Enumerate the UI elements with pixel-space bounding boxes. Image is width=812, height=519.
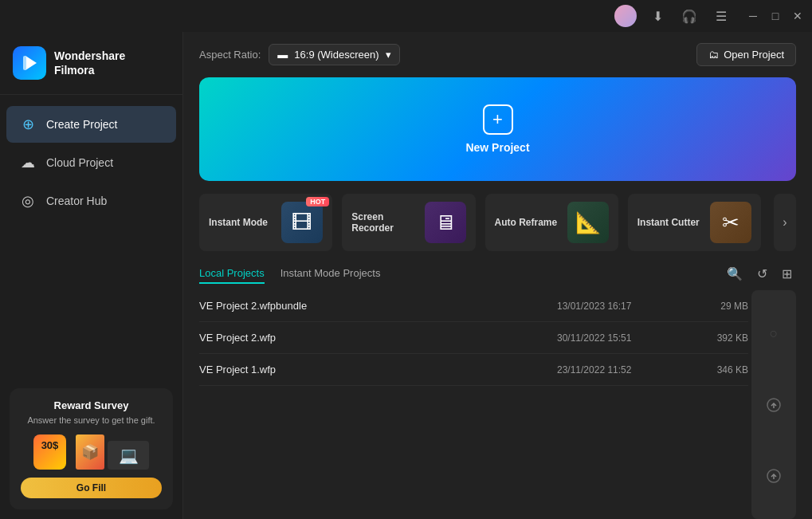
more-cards-button[interactable]: › (774, 194, 796, 251)
projects-container: VE Project 2.wfpbundle 13/01/2023 16:17 … (199, 290, 796, 519)
tab-local-projects[interactable]: Local Projects (199, 264, 265, 284)
svg-rect-1 (23, 56, 26, 70)
sidebar-item-create-project[interactable]: ⊕ Create Project (6, 106, 176, 143)
sidebar-item-cloud-project[interactable]: ☁ Cloud Project (6, 144, 176, 181)
tab-actions: 🔍 ↺ ⊞ (723, 264, 796, 284)
logo-icon (13, 46, 46, 80)
auto-reframe-img: 📐 (567, 202, 609, 243)
aspect-ratio-dropdown-arrow: ▾ (386, 49, 391, 61)
hot-badge: HOT (306, 197, 329, 206)
project-name: VE Project 2.wfp (199, 332, 557, 344)
app-body: Wondershare Filmora ⊕ Create Project ☁ C… (0, 32, 812, 519)
new-project-banner[interactable]: + New Project (199, 77, 796, 181)
mode-card-instant-cutter[interactable]: Instant Cutter ✂ (628, 194, 761, 251)
menu-icon[interactable]: ☰ (710, 5, 732, 27)
close-button[interactable]: ✕ (790, 8, 806, 24)
upload-button-1[interactable] (759, 391, 788, 419)
project-name: VE Project 2.wfpbundle (199, 300, 557, 312)
screen-recorder-img: 🖥 (425, 202, 466, 243)
sidebar-item-label-creator-hub: Creator Hub (46, 195, 107, 207)
sidebar-item-creator-hub[interactable]: ◎ Creator Hub (6, 183, 176, 219)
table-row[interactable]: VE Project 2.wfpbundle 13/01/2023 16:17 … (199, 290, 748, 322)
upload-button-2[interactable] (759, 462, 788, 490)
aspect-ratio-row: Aspect Ratio: ▬ 16:9 (Widescreen) ▾ (199, 44, 400, 65)
maximize-button[interactable]: □ (767, 8, 783, 24)
title-bar: ⬇ 🎧 ☰ ─ □ ✕ (0, 0, 812, 32)
instant-cutter-img: ✂ (710, 202, 751, 243)
project-size: 346 KB (685, 364, 748, 375)
mode-card-screen-recorder[interactable]: Screen Recorder 🖥 (342, 194, 475, 251)
reward-laptop-icon: 💻 (108, 441, 149, 470)
table-row[interactable]: VE Project 2.wfp 30/11/2022 15:51 392 KB (199, 322, 748, 354)
download-icon[interactable]: ⬇ (646, 5, 669, 27)
creator-hub-icon: ◎ (19, 192, 37, 210)
project-size: 29 MB (685, 301, 748, 312)
project-date: 13/01/2023 16:17 (557, 301, 685, 312)
project-date: 23/11/2022 11:52 (557, 364, 685, 375)
create-project-icon: ⊕ (19, 116, 37, 133)
mode-card-label-instant-mode: Instant Mode (209, 217, 268, 228)
project-name: VE Project 1.wfp (199, 364, 557, 375)
grid-view-button[interactable]: ⊞ (778, 264, 796, 284)
new-project-plus-icon: + (483, 104, 513, 135)
main-content: Aspect Ratio: ▬ 16:9 (Widescreen) ▾ 🗂 Op… (183, 32, 812, 519)
svg-marker-0 (25, 56, 37, 70)
reward-image-area: 30$ 📦 💻 (21, 434, 162, 470)
new-project-label: New Project (465, 141, 529, 154)
minimize-button[interactable]: ─ (745, 8, 761, 24)
upload-side-panel: ○ (751, 290, 796, 519)
mode-card-label-auto-reframe: Auto Reframe (495, 217, 558, 228)
open-project-button[interactable]: 🗂 Open Project (696, 43, 796, 66)
refresh-button[interactable]: ↺ (753, 264, 771, 284)
project-date: 30/11/2022 15:51 (557, 332, 685, 344)
reward-title: Reward Survey (21, 399, 162, 411)
mode-card-label-instant-cutter: Instant Cutter (637, 217, 700, 228)
sidebar-logo: Wondershare Filmora (0, 32, 182, 95)
window-controls: ─ □ ✕ (745, 8, 806, 24)
reward-card: Reward Survey Answer the survey to get t… (10, 388, 173, 509)
sidebar: Wondershare Filmora ⊕ Create Project ☁ C… (0, 32, 183, 519)
go-fill-button[interactable]: Go Fill (21, 478, 162, 498)
top-bar: Aspect Ratio: ▬ 16:9 (Widescreen) ▾ 🗂 Op… (183, 32, 812, 77)
aspect-ratio-screen-icon: ▬ (277, 49, 288, 61)
aspect-ratio-select[interactable]: ▬ 16:9 (Widescreen) ▾ (269, 44, 399, 65)
tab-instant-mode-projects[interactable]: Instant Mode Projects (280, 264, 381, 284)
sidebar-nav: ⊕ Create Project ☁ Cloud Project ◎ Creat… (0, 95, 182, 379)
table-row[interactable]: VE Project 1.wfp 23/11/2022 11:52 346 KB (199, 354, 748, 386)
search-button[interactable]: 🔍 (723, 264, 747, 284)
mode-card-instant-mode[interactable]: Instant Mode 🎞 HOT (199, 194, 332, 251)
logo-text: Wondershare Filmora (54, 49, 125, 77)
project-size: 392 KB (685, 332, 748, 344)
headset-icon[interactable]: 🎧 (678, 5, 700, 27)
instant-mode-img: 🎞 (281, 202, 323, 243)
projects-tabs: Local Projects Instant Mode Projects 🔍 ↺… (183, 264, 812, 284)
reward-desc: Answer the survey to get the gift. (21, 415, 162, 427)
reward-book-icon: 📦 (76, 434, 104, 470)
sidebar-item-label-create-project: Create Project (46, 118, 117, 131)
mode-card-label-screen-recorder: Screen Recorder (351, 211, 424, 234)
avatar-icon[interactable] (614, 5, 637, 27)
open-project-label: Open Project (724, 49, 784, 61)
reward-amount: 30$ (33, 434, 67, 470)
aspect-ratio-label: Aspect Ratio: (199, 49, 261, 61)
open-project-icon: 🗂 (708, 49, 719, 61)
circle-status-button-1[interactable]: ○ (759, 320, 788, 348)
sidebar-item-label-cloud-project: Cloud Project (46, 156, 113, 169)
projects-list: VE Project 2.wfpbundle 13/01/2023 16:17 … (199, 290, 796, 386)
aspect-ratio-value: 16:9 (Widescreen) (294, 49, 379, 61)
cloud-icon: ☁ (19, 154, 37, 171)
mode-card-auto-reframe[interactable]: Auto Reframe 📐 (485, 194, 618, 251)
